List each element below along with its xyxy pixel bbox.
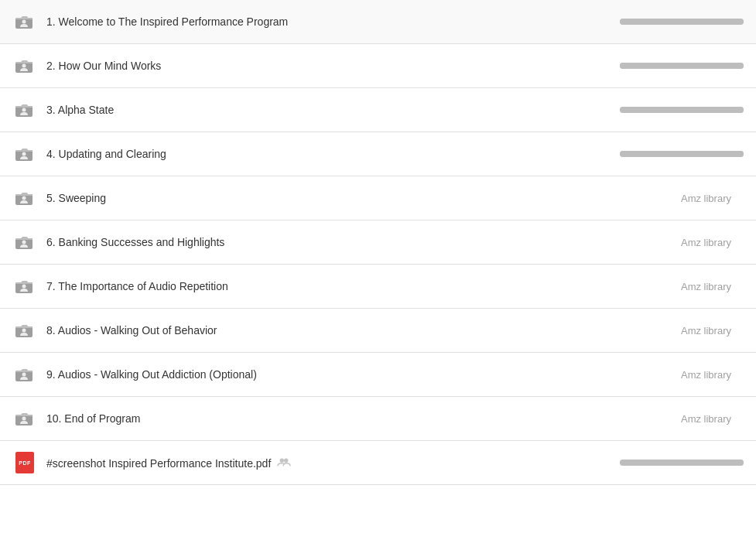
list-item[interactable]: 3. Alpha State: [0, 88, 756, 132]
svg-point-20: [280, 458, 284, 462]
svg-point-7: [22, 152, 26, 156]
progress-fill: [620, 460, 744, 466]
item-badge: Amz library: [681, 325, 731, 337]
progress-fill: [620, 63, 744, 69]
progress-bar: [620, 63, 744, 69]
item-title: 6. Banking Successes and Highlights: [46, 236, 681, 248]
item-title: 10. End of Program: [46, 412, 681, 425]
pdf-icon: PDF: [12, 450, 37, 475]
item-title: 1. Welcome to The Inspired Performance P…: [46, 15, 620, 28]
item-title: 2. How Our Mind Works: [46, 60, 620, 72]
folder-icon: [12, 230, 37, 255]
list-item[interactable]: 6. Banking Successes and HighlightsAmz l…: [0, 220, 756, 265]
item-badge: Amz library: [681, 281, 731, 292]
item-badge: Amz library: [681, 369, 731, 381]
progress-fill: [620, 107, 744, 113]
folder-icon: [12, 97, 37, 122]
item-title: 4. Updating and Clearing: [46, 148, 620, 160]
progress-bar: [620, 151, 744, 157]
folder-icon: [12, 362, 37, 387]
list-item[interactable]: 1. Welcome to The Inspired Performance P…: [0, 0, 756, 44]
list-item[interactable]: 10. End of ProgramAmz library: [0, 397, 756, 441]
folder-icon: [12, 9, 37, 34]
folder-icon: [12, 406, 37, 431]
list-item[interactable]: 9. Audios - Walking Out Addiction (Optio…: [0, 353, 756, 397]
list-item[interactable]: 5. SweepingAmz library: [0, 176, 756, 220]
item-badge: Amz library: [681, 237, 731, 248]
folder-icon: [12, 142, 37, 166]
svg-point-3: [22, 64, 26, 68]
folder-icon: [12, 274, 37, 299]
item-badge: Amz library: [681, 193, 731, 204]
list-item[interactable]: 8. Audios - Walking Out of BehaviorAmz l…: [0, 309, 756, 353]
progress-fill: [620, 151, 744, 157]
item-badge: Amz library: [681, 413, 731, 425]
svg-point-17: [22, 373, 26, 377]
item-title: #screenshot Inspired Performance Institu…: [46, 456, 620, 470]
svg-point-15: [22, 329, 26, 333]
item-title: 8. Audios - Walking Out of Behavior: [46, 324, 681, 337]
list-item[interactable]: PDF#screenshot Inspired Performance Inst…: [0, 441, 756, 485]
progress-bar: [620, 460, 744, 466]
item-title: 3. Alpha State: [46, 104, 620, 116]
svg-point-21: [284, 458, 288, 462]
list-item[interactable]: 7. The Importance of Audio RepetitionAmz…: [0, 265, 756, 309]
list-item[interactable]: 2. How Our Mind Works: [0, 44, 756, 88]
folder-icon: [12, 318, 37, 343]
group-icon: [277, 456, 291, 467]
svg-point-13: [22, 285, 26, 289]
pdf-label: PDF: [15, 452, 34, 473]
folder-icon: [12, 186, 37, 210]
list-item[interactable]: 4. Updating and Clearing: [0, 132, 756, 176]
item-title: 9. Audios - Walking Out Addiction (Optio…: [46, 368, 681, 381]
progress-bar: [620, 19, 744, 25]
svg-point-5: [22, 108, 26, 112]
item-title: 5. Sweeping: [46, 192, 681, 204]
svg-point-1: [22, 20, 26, 24]
folder-icon: [12, 53, 37, 78]
course-list: 1. Welcome to The Inspired Performance P…: [0, 0, 756, 485]
progress-bar: [620, 107, 744, 113]
svg-point-11: [22, 241, 26, 244]
progress-fill: [620, 19, 744, 25]
item-title: 7. The Importance of Audio Repetition: [46, 280, 681, 292]
svg-point-9: [22, 196, 26, 200]
svg-point-19: [22, 417, 26, 421]
